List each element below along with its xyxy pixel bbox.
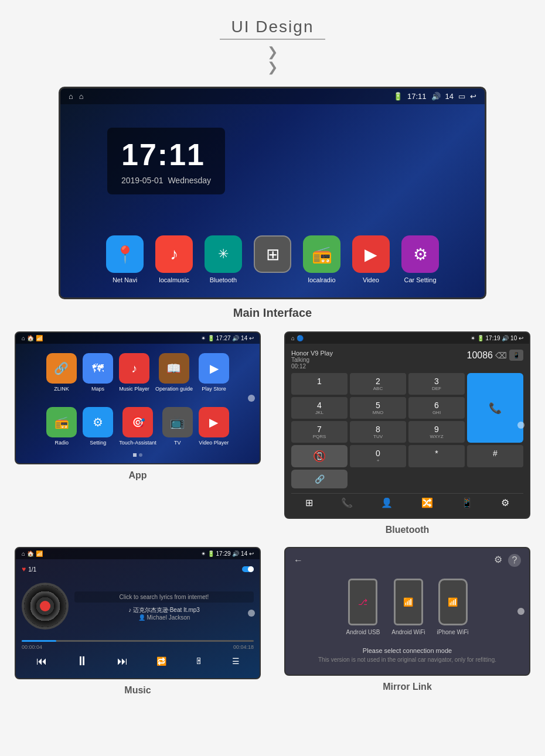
app-car-setting[interactable]: ⚙ Car Setting xyxy=(401,235,439,283)
home-icon: ⌂ xyxy=(69,92,73,101)
app-tv[interactable]: 📺 TV xyxy=(162,407,193,446)
car-setting-label: Car Setting xyxy=(404,276,436,283)
progress-bar xyxy=(22,640,254,642)
toggle-on[interactable] xyxy=(242,566,254,572)
app-screenshot: ⌂ 🏠 📶 ✴ 🔋 17:27 🔊 14 ↩ 🔗 ZLINK 🗺 Maps ♪ … xyxy=(15,331,261,464)
bt-phone-icon[interactable]: 📞 xyxy=(341,497,353,508)
android-wifi-shape: 📶 xyxy=(394,579,423,625)
clock-time: 17:11 xyxy=(121,137,211,172)
play-pause-btn[interactable]: ⏸ xyxy=(76,654,88,669)
music-main: Click to search lyrics from internet! ♪ … xyxy=(22,577,254,635)
lyrics-search[interactable]: Click to search lyrics from internet! xyxy=(74,591,254,603)
bt-screen-btn[interactable]: 📱 xyxy=(509,350,523,361)
bt-number: 10086 xyxy=(467,350,493,361)
chevron-down-icon: ❯❯ xyxy=(267,45,278,75)
playlist-btn[interactable]: ☰ xyxy=(232,656,240,666)
bt-contacts-icon[interactable]: 👤 xyxy=(381,497,393,508)
app-maps[interactable]: 🗺 Maps xyxy=(83,353,113,392)
bt-bottom-bar: ⊞ 📞 👤 🔀 📱 ⚙ xyxy=(291,493,523,512)
bt-key-8[interactable]: 8TUV xyxy=(350,421,406,443)
app-video[interactable]: ▶ Video xyxy=(352,235,390,283)
prev-btn[interactable]: ⏮ xyxy=(36,655,47,668)
localradio-label: localradio xyxy=(308,276,335,283)
main-app-row: 📍 Net Navi ♪ localmusic ✳ Bluetooth ⊞ 📻 … xyxy=(60,224,485,297)
radio-icon: 📻 xyxy=(46,407,77,437)
app-net-navi[interactable]: 📍 Net Navi xyxy=(106,235,144,283)
app-music-player[interactable]: ♪ Music Player xyxy=(119,353,149,392)
bt-mobile-icon[interactable]: 📱 xyxy=(461,497,473,508)
bt-settings-icon[interactable]: ⚙ xyxy=(501,497,509,508)
screenshots-grid: ⌂ 🏠 📶 ✴ 🔋 17:27 🔊 14 ↩ 🔗 ZLINK 🗺 Maps ♪ … xyxy=(9,331,536,696)
bt-key-9[interactable]: 9WXYZ xyxy=(408,421,465,443)
op-guide-icon: 📖 xyxy=(159,353,189,384)
app-localradio[interactable]: 📻 localradio xyxy=(303,235,340,283)
usb-icon: ⎇ xyxy=(358,597,367,607)
bt-key-7[interactable]: 7PQRS xyxy=(291,421,348,443)
android-wifi[interactable]: 📶 Android WiFi xyxy=(391,579,425,635)
mirror-settings-icon[interactable]: ⚙ xyxy=(494,554,502,567)
localmusic-icon: ♪ xyxy=(155,235,193,273)
video-label: Video xyxy=(363,276,379,283)
next-btn[interactable]: ⏭ xyxy=(117,655,128,668)
mirror-help-icon[interactable]: ? xyxy=(508,554,521,567)
iphone-wifi-shape: 📶 xyxy=(438,579,468,625)
bt-delete-icon: ⌫ xyxy=(495,351,507,360)
bt-key-2[interactable]: 2ABC xyxy=(350,373,406,395)
eq-btn[interactable]: 🎚 xyxy=(195,656,203,666)
bt-key-4[interactable]: 4JKL xyxy=(291,397,348,419)
bt-key-star[interactable]: * xyxy=(408,445,465,467)
music-info: Click to search lyrics from internet! ♪ … xyxy=(74,577,254,635)
app-launcher[interactable]: ⊞ xyxy=(254,235,291,283)
mirror-back-icon[interactable]: ← xyxy=(294,555,303,566)
bt-key-1[interactable]: 1 xyxy=(291,373,348,395)
android-usb[interactable]: ⎇ Android USB xyxy=(346,579,380,635)
android-usb-shape: ⎇ xyxy=(348,579,377,625)
app-caption: App xyxy=(128,470,147,481)
artist-name: 👤 Michael Jackson xyxy=(74,614,254,621)
bt-key-3[interactable]: 3DEF xyxy=(408,373,465,395)
app-scroll-dot xyxy=(248,395,255,402)
bt-dialpad-icon[interactable]: ⊞ xyxy=(305,497,313,508)
app-localmusic[interactable]: ♪ localmusic xyxy=(155,235,193,283)
app-bluetooth[interactable]: ✳ Bluetooth xyxy=(205,235,242,283)
app-play-store[interactable]: ▶ Play Store xyxy=(199,353,229,392)
music-status-bar: ⌂ 🏠 📶 ✴ 🔋 17:29 🔊 14 ↩ xyxy=(16,548,260,559)
likes-count: 1/1 xyxy=(28,566,36,573)
op-guide-label: Operation guide xyxy=(155,386,193,392)
bt-dialpad: 1 2ABC 3DEF 📞 4JKL 5MNO 6GHI 7PQRS 8TUV … xyxy=(291,373,523,488)
bt-answer-btn[interactable]: 📞 xyxy=(467,373,523,443)
bt-key-0[interactable]: 0+ xyxy=(350,445,406,467)
bt-key-5[interactable]: 5MNO xyxy=(350,397,406,419)
bt-transfer-icon[interactable]: 🔀 xyxy=(421,497,433,508)
bt-status-left: ⌂ 🔵 xyxy=(291,335,304,341)
app-zlink[interactable]: 🔗 ZLINK xyxy=(46,353,77,392)
bt-key-6[interactable]: 6GHI xyxy=(408,397,465,419)
mirror-screenshot-cell: ← ⚙ ? ⎇ Android USB 📶 Android Wi xyxy=(278,547,536,696)
iphone-wifi-icon: 📶 xyxy=(448,597,458,607)
song-title: ♪ 迈克尔杰克逊·Beat It.mp3 xyxy=(74,606,254,614)
bt-hangup-btn[interactable]: 📵 xyxy=(291,445,348,467)
bt-status-right: ✴ 🔋 17:19 🔊 10 ↩ xyxy=(471,335,523,341)
back-icon: ↩ xyxy=(470,92,476,101)
video-player-icon: ▶ xyxy=(199,407,229,437)
bt-link-btn[interactable]: 🔗 xyxy=(291,470,348,488)
app-op-guide[interactable]: 📖 Operation guide xyxy=(155,353,193,392)
music-likes: ♥ 1/1 xyxy=(22,565,36,573)
bluetooth-screenshot-cell: ⌂ 🔵 ✴ 🔋 17:19 🔊 10 ↩ Honor V9 Play Talki… xyxy=(278,331,536,535)
status-bar-right: 🔋 17:11 🔊 14 ▭ ↩ xyxy=(393,92,476,101)
android-usb-label: Android USB xyxy=(346,629,380,635)
battery-icon: 🔋 xyxy=(393,92,403,101)
mirror-description-area: Please select connection mode This versi… xyxy=(285,641,529,669)
iphone-wifi[interactable]: 📶 iPhone WiFi xyxy=(437,579,469,635)
app-status-left: ⌂ 🏠 📶 xyxy=(22,335,43,341)
repeat-btn[interactable]: 🔁 xyxy=(156,656,166,666)
bt-status: Talking xyxy=(291,357,333,363)
volume-icon: 🔊 xyxy=(431,92,441,101)
bt-key-hash[interactable]: # xyxy=(467,445,523,467)
app-touch-assistant[interactable]: 🎯 Touch-Assistant xyxy=(119,407,156,446)
app-video-player[interactable]: ▶ Video Player xyxy=(199,407,229,446)
time-row: 00:00:04 00:04:18 xyxy=(22,644,254,650)
app-radio[interactable]: 📻 Radio xyxy=(46,407,77,446)
app-setting[interactable]: ⚙ Setting xyxy=(83,407,113,446)
setting-icon: ⚙ xyxy=(83,407,113,437)
